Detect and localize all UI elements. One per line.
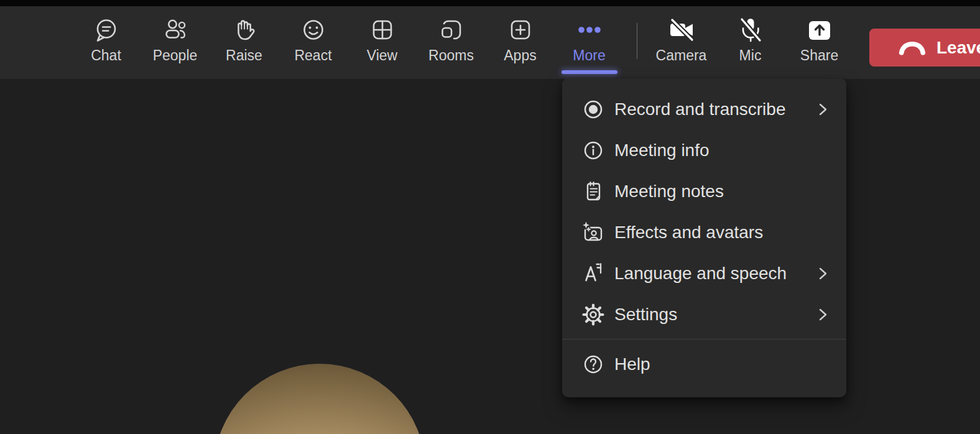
- toolbar-item-raise[interactable]: Raise: [210, 6, 279, 79]
- toolbar-item-label: More: [573, 47, 605, 63]
- toolbar-item-label: Apps: [504, 47, 536, 63]
- chevron-right-icon: [815, 102, 830, 117]
- menu-item-meeting-info[interactable]: Meeting info: [562, 130, 846, 171]
- toolbar-item-rooms[interactable]: Rooms: [417, 6, 486, 79]
- toolbar-left-group: ChatPeopleRaiseReactViewRoomsAppsMore: [72, 6, 624, 79]
- toolbar-item-share[interactable]: Share: [785, 6, 854, 79]
- menu-item-meeting-notes[interactable]: Meeting notes: [562, 171, 846, 212]
- react-smiley-icon: [299, 16, 328, 44]
- more-menu-main-section: Record and transcribeMeeting infoMeeting…: [562, 89, 846, 335]
- toolbar-item-chat[interactable]: Chat: [72, 6, 141, 79]
- language-speech-icon: [581, 261, 606, 286]
- help-icon: [581, 352, 606, 377]
- menu-item-effects-and-avatars[interactable]: Effects and avatars: [562, 212, 846, 253]
- toolbar-item-label: Raise: [226, 47, 262, 63]
- mic-off-icon: [736, 16, 765, 44]
- menu-item-language-and-speech[interactable]: Language and speech: [562, 253, 846, 294]
- menu-item-help[interactable]: Help: [562, 344, 846, 385]
- menu-divider: [562, 339, 846, 339]
- toolbar-item-mic[interactable]: Mic: [716, 6, 785, 79]
- menu-item-record-and-transcribe[interactable]: Record and transcribe: [562, 89, 846, 130]
- menu-item-label: Language and speech: [614, 264, 787, 284]
- toolbar-item-people[interactable]: People: [141, 6, 210, 79]
- menu-item-label: Meeting notes: [614, 182, 724, 201]
- share-icon: [805, 16, 834, 44]
- settings-gear-icon: [581, 302, 606, 327]
- toolbar-item-label: Mic: [739, 47, 762, 63]
- view-grid-icon: [368, 16, 397, 44]
- participant-video-avatar: [214, 364, 425, 434]
- window-top-strip: [0, 0, 980, 6]
- toolbar-divider: [637, 23, 637, 59]
- toolbar-item-label: Rooms: [428, 47, 474, 63]
- toolbar-item-label: Share: [800, 47, 838, 63]
- camera-off-icon: [667, 16, 696, 44]
- chevron-right-icon: [815, 307, 830, 322]
- toolbar-right-group: CameraMicShare: [647, 6, 854, 79]
- people-icon: [161, 16, 190, 44]
- toolbar-item-view[interactable]: View: [348, 6, 417, 79]
- leave-button[interactable]: Leave: [869, 29, 980, 67]
- more-menu-footer-section: Help: [562, 344, 846, 385]
- toolbar-item-label: People: [153, 47, 198, 63]
- chat-icon: [92, 16, 121, 44]
- meeting-toolbar: ChatPeopleRaiseReactViewRoomsAppsMore Ca…: [0, 6, 980, 79]
- toolbar-item-label: Camera: [656, 47, 707, 63]
- menu-item-label: Record and transcribe: [614, 99, 785, 119]
- toolbar-item-label: React: [294, 47, 331, 63]
- menu-item-label: Effects and avatars: [614, 223, 763, 242]
- toolbar-item-label: Chat: [91, 47, 121, 63]
- rooms-icon: [437, 16, 466, 44]
- raise-hand-icon: [230, 16, 259, 44]
- hangup-icon: [898, 39, 927, 57]
- toolbar-item-label: View: [367, 47, 397, 63]
- menu-item-label: Settings: [614, 305, 677, 325]
- toolbar-item-react[interactable]: React: [279, 6, 348, 79]
- notes-icon: [581, 179, 606, 204]
- active-tab-underline: [562, 70, 617, 74]
- chevron-right-icon: [815, 266, 830, 281]
- info-icon: [581, 138, 606, 163]
- more-options-menu: Record and transcribeMeeting infoMeeting…: [562, 79, 846, 397]
- effects-avatars-icon: [581, 220, 606, 245]
- toolbar-item-more[interactable]: More: [555, 6, 624, 79]
- menu-item-label: Meeting info: [614, 141, 710, 160]
- leave-button-label: Leave: [936, 38, 980, 58]
- menu-item-settings[interactable]: Settings: [562, 294, 846, 335]
- toolbar-item-apps[interactable]: Apps: [486, 6, 555, 79]
- teams-meeting-window: ChatPeopleRaiseReactViewRoomsAppsMore Ca…: [0, 0, 980, 434]
- apps-add-icon: [506, 16, 535, 44]
- menu-item-label: Help: [614, 354, 650, 374]
- record-icon: [581, 97, 606, 122]
- more-dots-icon: [575, 16, 604, 44]
- toolbar-item-camera[interactable]: Camera: [647, 6, 716, 79]
